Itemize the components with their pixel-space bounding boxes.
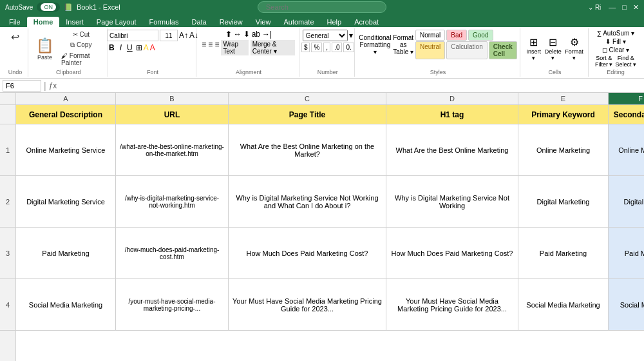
cell-3-d[interactable]: How Much Does Paid Marketing Cost? [386, 228, 518, 278]
decrease-decimal-button[interactable]: 0. [343, 43, 354, 52]
decrease-font-button[interactable]: A↓ [189, 31, 198, 40]
bold-button[interactable]: B [107, 43, 117, 53]
row-num-4[interactable]: 4 [0, 279, 15, 331]
style-calculation[interactable]: Calculation [446, 41, 487, 59]
wrap-text-button[interactable]: Wrap Text [221, 40, 248, 55]
number-format-dropdown[interactable]: ▾ [349, 31, 353, 40]
tab-data[interactable]: Data [185, 17, 213, 27]
cut-button[interactable]: ✂ Cut [59, 30, 104, 39]
align-middle-button[interactable]: ↔ [234, 30, 242, 39]
cell-2-b[interactable]: /why-is-digital-marketing-service-not-wo… [116, 176, 229, 227]
cell-1-c[interactable]: What Are the Best Online Marketing on th… [229, 124, 386, 175]
cell-2-a[interactable]: Digital Marketing Service [16, 176, 116, 227]
align-top-button[interactable]: ⬆ [225, 30, 232, 39]
row-num-1[interactable]: 1 [0, 124, 15, 176]
header-cell-d[interactable]: H1 tag [386, 105, 518, 124]
fill-color-button[interactable]: A [144, 43, 149, 52]
tab-review[interactable]: Review [213, 17, 249, 27]
tab-formulas[interactable]: Formulas [143, 17, 185, 27]
increase-decimal-button[interactable]: .0 [332, 43, 342, 52]
indent-inc-button[interactable]: →| [262, 30, 272, 39]
align-bottom-button[interactable]: ⬇ [243, 30, 250, 39]
merge-center-button[interactable]: Merge & Center ▾ [251, 40, 296, 55]
find-select-button[interactable]: Find &Select ▾ [615, 55, 636, 68]
increase-font-button[interactable]: A↑ [179, 31, 188, 40]
row-num-3[interactable]: 3 [0, 228, 15, 279]
tab-automate[interactable]: Automate [277, 17, 320, 27]
cell-4-b[interactable]: /your-must-have-social-media-marketing-p… [116, 279, 229, 330]
comma-button[interactable]: % [311, 43, 322, 52]
style-bad[interactable]: Bad [446, 30, 467, 41]
cell-1-d[interactable]: What Are the Best Online Marketing [386, 124, 518, 175]
cell-4-e[interactable]: Social Media Marketing [518, 279, 609, 330]
cell-2-c[interactable]: Why is Digital Marketing Service Not Wor… [229, 176, 386, 227]
cell-2-d[interactable]: Why is Digital Marketing Service Not Wor… [386, 176, 518, 227]
name-box[interactable] [3, 80, 41, 92]
tab-insert[interactable]: Insert [59, 17, 90, 27]
format-as-table-button[interactable]: Format asTable ▾ [393, 34, 413, 55]
percent-button[interactable]: $ [301, 43, 310, 52]
cell-1-f[interactable]: Online Mark... [609, 124, 644, 175]
tab-file[interactable]: File [3, 17, 27, 27]
close-btn[interactable]: ✕ [633, 3, 639, 12]
comma-style-button[interactable]: , [323, 43, 330, 52]
border-button[interactable]: ⊞ [136, 43, 142, 52]
font-name-input[interactable] [107, 30, 158, 41]
minimize-btn[interactable]: — [609, 3, 616, 11]
col-header-d[interactable]: D [386, 93, 518, 104]
search-input[interactable] [258, 1, 386, 13]
style-good[interactable]: Good [468, 30, 493, 41]
header-cell-a[interactable]: General Description [16, 105, 116, 124]
col-header-b[interactable]: B [116, 93, 229, 104]
paste-button[interactable]: 📋 Paste [33, 36, 56, 62]
number-format-select[interactable]: General Number Currency [303, 30, 348, 41]
tab-help[interactable]: Help [321, 17, 348, 27]
delete-cells-button[interactable]: ⊟ Delete ▾ [544, 36, 563, 61]
maximize-btn[interactable]: □ [622, 3, 627, 11]
autosum-button[interactable]: ∑ AutoSum ▾ [597, 30, 634, 37]
cell-1-b[interactable]: /what-are-the-best-online-marketing-on-t… [116, 124, 229, 175]
row-num-2[interactable]: 2 [0, 176, 15, 228]
style-neutral[interactable]: Neutral [415, 41, 445, 59]
cell-4-d[interactable]: Your Must Have Social Media Marketing Pr… [386, 279, 518, 330]
cell-3-b[interactable]: /how-much-does-paid-marketing-cost.htm [116, 228, 229, 278]
cell-4-a[interactable]: Social Media Marketing [16, 279, 116, 330]
format-cells-button[interactable]: ⚙ Format ▾ [564, 36, 584, 61]
cell-3-f[interactable]: Paid Ma... [609, 228, 644, 278]
style-normal[interactable]: Normal [415, 30, 445, 41]
font-size-input[interactable] [160, 30, 178, 41]
font-color-button[interactable]: A [150, 43, 155, 52]
undo-button[interactable]: ↩ [8, 30, 22, 44]
insert-cells-button[interactable]: ⊞ Insert ▾ [526, 36, 542, 61]
orientation-button[interactable]: ab [252, 30, 260, 39]
col-header-e[interactable]: E [518, 93, 609, 104]
cell-4-c[interactable]: Your Must Have Social Media Marketing Pr… [229, 279, 386, 330]
formula-input[interactable] [59, 82, 641, 90]
header-cell-f[interactable]: Secondary K... [609, 105, 644, 124]
cell-4-f[interactable]: Social Med... [609, 279, 644, 330]
style-check-cell[interactable]: Check Cell [489, 41, 517, 59]
clear-button[interactable]: ◻ Clear ▾ [602, 46, 629, 54]
cell-2-e[interactable]: Digital Marketing [518, 176, 609, 227]
tab-view[interactable]: View [249, 17, 278, 27]
ribbon-toggle-icon[interactable]: ⌄ Ri [588, 4, 601, 11]
cell-3-a[interactable]: Paid Marketing [16, 228, 116, 278]
underline-button[interactable]: U [125, 43, 135, 53]
align-left-button[interactable]: ≡ [202, 40, 206, 55]
cell-3-e[interactable]: Paid Marketing [518, 228, 609, 278]
header-cell-b[interactable]: URL [116, 105, 229, 124]
align-center-button[interactable]: ≡ [208, 40, 213, 55]
cell-1-a[interactable]: Online Marketing Service [16, 124, 116, 175]
tab-acrobat[interactable]: Acrobat [348, 17, 385, 27]
header-cell-c[interactable]: Page Title [229, 105, 386, 124]
header-cell-e[interactable]: Primary Keyword [518, 105, 609, 124]
tab-home[interactable]: Home [27, 17, 60, 27]
tab-page-layout[interactable]: Page Layout [90, 17, 143, 27]
italic-button[interactable]: I [118, 43, 124, 53]
cell-3-c[interactable]: How Much Does Paid Marketing Cost? [229, 228, 386, 278]
autosave-toggle[interactable]: ON [37, 3, 60, 12]
sort-filter-button[interactable]: Sort &Filter ▾ [595, 55, 613, 68]
col-header-c[interactable]: C [229, 93, 386, 104]
align-right-button[interactable]: ≡ [214, 40, 219, 55]
cell-2-f[interactable]: Digital M... [609, 176, 644, 227]
